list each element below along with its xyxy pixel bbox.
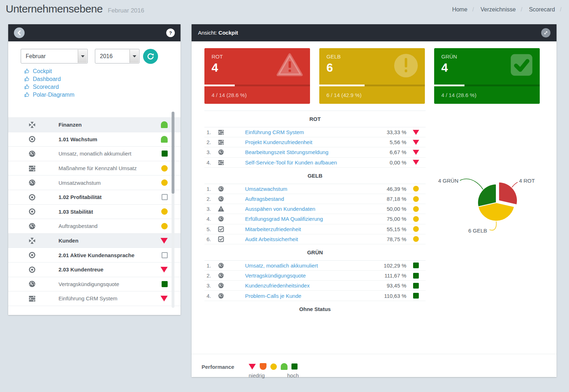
status-triangle-red	[413, 160, 419, 165]
tree-item-finanzen[interactable]: Finanzen	[8, 118, 181, 132]
card-count: 4	[441, 61, 448, 75]
kpi-link[interactable]: Projekt Kundenzufriedenheit	[245, 139, 371, 145]
tree-item-stabilitaet[interactable]: 1.03 Stabilität	[8, 205, 181, 219]
card-count: 6	[326, 61, 333, 75]
tree-item-auftragsbestand[interactable]: Auftragsbestand	[8, 219, 181, 234]
status-circle-yellow	[161, 165, 168, 172]
pie-slice-rot	[499, 182, 517, 205]
expand-button[interactable]	[541, 28, 550, 37]
kpi-link[interactable]: Self-Service-Tool für Kunden aufbauen	[245, 159, 371, 166]
breadcrumb-separator: /	[472, 6, 474, 12]
gauge-icon	[29, 280, 36, 287]
performance-label: Performance	[202, 364, 234, 370]
section-title-gruen: GRÜN	[204, 244, 426, 261]
gauge-icon	[218, 282, 224, 289]
table-row: 5. Mitarbeiterzufriedenheit 55,15 %	[204, 224, 426, 234]
table-row: 2. Auftragsbestand 87,18 %	[204, 194, 426, 204]
refresh-button[interactable]	[143, 49, 158, 64]
tree-item-kunden[interactable]: Kunden	[8, 234, 181, 248]
table-row: 6. Audit Arbeitssicherheit 78,75 %	[204, 234, 426, 244]
status-dome-light-green	[161, 136, 168, 143]
pie-leader-gelb	[489, 222, 496, 230]
status-circle-yellow	[413, 196, 419, 202]
gauge-icon	[218, 293, 224, 299]
help-button[interactable]: ?	[166, 29, 175, 37]
kpi-link[interactable]: Vertragskündigungsquote	[245, 273, 371, 279]
kpi-link[interactable]: Audit Arbeitssicherheit	[245, 236, 371, 242]
kpi-link[interactable]: Erfüllungsgrad MA Qualifizierung	[245, 216, 371, 222]
status-square-dark-green	[413, 293, 419, 299]
status-circle-yellow	[413, 186, 419, 192]
tree-item-wachstum[interactable]: 1.01 Wachstum	[8, 132, 181, 147]
status-card-gelb[interactable]: GELB 6 6 / 14 (42.9 %)	[319, 48, 425, 104]
kpi-link[interactable]: Einführung CRM System	[245, 129, 371, 135]
chevron-down-icon	[78, 50, 87, 63]
status-card-rot[interactable]: ROT 4 4 / 14 (28.6 %)	[204, 48, 310, 104]
gauge-icon	[218, 273, 224, 279]
kpi-link[interactable]: Umsatzwachstum	[245, 186, 371, 192]
status-triangle-red	[413, 140, 419, 145]
kpi-link[interactable]: Mitarbeiterzufriedenheit	[245, 226, 371, 232]
year-select[interactable]: 2016	[95, 49, 139, 63]
table-row: 1. Umsatz, monatlich akkumuliert 102,29 …	[204, 261, 426, 271]
status-square-dark-green	[162, 151, 168, 157]
question-icon: ?	[169, 30, 172, 36]
breadcrumb-home[interactable]: Home	[452, 6, 467, 12]
tree-item-umsatz-monatlich[interactable]: Umsatz, monatlich akkumuliert	[8, 147, 181, 161]
tree-item-umsatzwachstum[interactable]: Umsatzwachstum	[8, 175, 181, 190]
status-square-empty	[162, 252, 168, 258]
legend-triangle-red	[249, 364, 256, 370]
list-scrollbar-track[interactable]	[172, 112, 174, 308]
status-square-dark-green	[162, 281, 168, 287]
list-scrollbar-thumb[interactable]	[172, 112, 174, 194]
section-ohne-status: Ohne Status	[204, 301, 426, 317]
status-dome-light-green	[161, 121, 168, 128]
gauge-icon	[29, 179, 36, 186]
status-card-gruen[interactable]: GRÜN 4 4 / 14 (28.6 %)	[434, 48, 540, 104]
kpi-link[interactable]: Ausspähen von Kundendaten	[245, 206, 371, 212]
month-select[interactable]: Februar	[21, 49, 88, 63]
status-triangle-red	[413, 150, 419, 155]
tree-item-vertragskuendigungsquote[interactable]: Vertragskündigungsquote	[8, 277, 181, 292]
breadcrumb-separator: /	[560, 6, 562, 12]
status-circle-yellow	[413, 216, 419, 222]
breadcrumb-verzeichnisse[interactable]: Verzeichnisse	[481, 6, 516, 12]
breadcrumb-scorecard[interactable]: Scorecard	[529, 6, 555, 12]
card-label: GELB	[326, 54, 341, 60]
link-scorecard[interactable]: Scorecard	[24, 83, 74, 91]
tasks-icon	[218, 129, 224, 135]
view-label: Ansicht:Cockpit	[198, 24, 238, 41]
status-square-empty	[162, 194, 168, 200]
table-row: 4. Self-Service-Tool für Kunden aufbauen…	[204, 158, 426, 168]
kpi-link[interactable]: Auftragsbestand	[245, 196, 371, 202]
table-row: 4. Erfüllungsgrad MA Qualifizierung 75,0…	[204, 214, 426, 224]
tree-item-einfuehrung-crm[interactable]: Einführung CRM System	[8, 291, 181, 306]
kpi-link[interactable]: Bearbeitungszeit Störungsmeldung	[245, 149, 371, 155]
card-detail: 6 / 14 (42.9 %)	[319, 86, 425, 104]
perspective-icon	[29, 237, 36, 244]
cockpit-panel: Ansicht:Cockpit ROT 4 4 / 14 (28.6 %) GE…	[192, 24, 557, 377]
tree-item-kundentreue[interactable]: 2.03 Kundentreue	[8, 263, 181, 277]
refresh-icon	[147, 52, 154, 60]
link-polar-diagramm[interactable]: Polar-Diagramm	[24, 91, 74, 98]
tree-item-massnahme[interactable]: Maßnahme für Kennzahl Umsatz	[8, 161, 181, 176]
kpi-link[interactable]: Umsatz, monatlich akkumuliert	[245, 263, 371, 269]
pie-slice-grün	[478, 184, 496, 207]
kpi-link[interactable]: Problem-Calls je Kunde	[245, 293, 371, 299]
link-dashboard[interactable]: Dashboard	[24, 75, 74, 83]
chevron-left-icon	[17, 30, 22, 36]
tree-item-kundenansprache[interactable]: 2.01 Aktive Kundenansprache	[8, 248, 181, 263]
thumbs-up-icon	[24, 76, 30, 82]
link-cockpit[interactable]: Cockpit	[24, 67, 74, 75]
tree-item-profitabilitaet[interactable]: 1.02 Profitabilität	[8, 190, 181, 205]
scorecard-panel: ? Februar 2016 Cockpit Dashboard Scoreca…	[8, 24, 181, 315]
back-button[interactable]	[14, 27, 25, 38]
cockpit-panel-header: Ansicht:Cockpit	[192, 24, 557, 41]
section-gelb: GELB 1. Umsatzwachstum 46,39 % 2. Auftra…	[204, 168, 426, 244]
status-square-dark-green	[413, 263, 419, 268]
kpi-link[interactable]: Kundenzufriedenheitsindex	[245, 282, 371, 289]
warning-triangle-icon	[276, 53, 304, 77]
table-row: 3. Ausspähen von Kundendaten 50,00 %	[204, 204, 426, 214]
page-subtitle: Februar 2016	[108, 7, 144, 14]
target-icon	[29, 208, 36, 215]
